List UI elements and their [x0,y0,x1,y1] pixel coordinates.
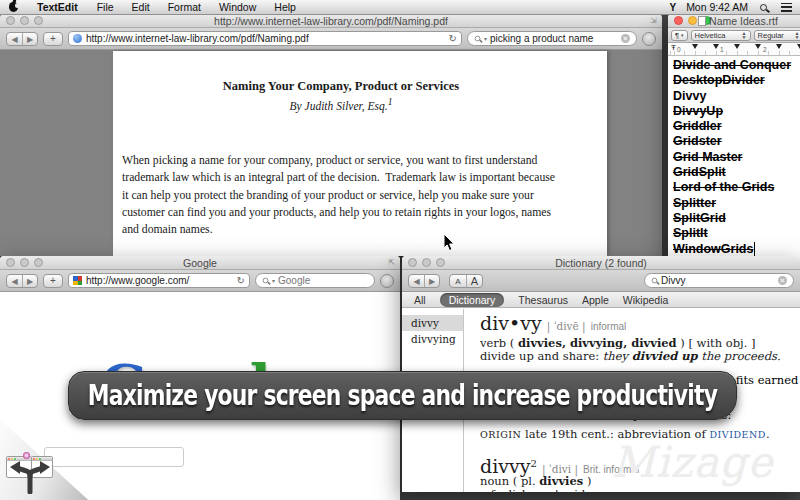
textedit-ruler[interactable]: Ŧ 0 1 2 [668,43,800,56]
textedit-window: Name Ideas.rtf ¶▾ Helvetica▲▼ Regular▲▼ … [668,14,800,262]
menu-format[interactable]: Format [159,1,210,13]
list-item[interactable]: Gridster [673,134,800,149]
tab-stop[interactable] [734,44,740,49]
search-input[interactable] [490,33,618,44]
list-item[interactable]: DivvyUp [673,104,800,119]
tab-stop[interactable] [755,44,761,49]
menu-window[interactable]: Window [210,1,265,13]
address-url: http://www.google.com/ [86,275,189,286]
address-bar[interactable]: http://www.internet-law-library.com/pdf/… [68,31,462,46]
resize-icon[interactable]: ⇲ [650,17,657,25]
footnote-marker: 1 [388,96,393,107]
marketing-banner: Maximize your screen space and increase … [68,371,737,420]
pdf-doc-paragraph: When picking a name for your company, pr… [122,152,560,239]
back-button[interactable]: ◀ [7,33,22,45]
search-icon [475,36,481,42]
list-item[interactable]: GridSplit [673,165,800,180]
tab-thesaurus[interactable]: Thesaurus [518,294,568,306]
back-forward-buttons: ◀ ▶ [408,274,440,288]
clear-search-icon[interactable]: ✕ [621,34,630,43]
list-item[interactable]: Splitter [673,196,800,211]
search-icon [652,278,658,284]
menu-edit[interactable]: Edit [123,1,159,13]
resize-icon[interactable]: ⇱ [388,259,395,267]
forward-button[interactable]: ▶ [22,33,37,45]
new-tab-button[interactable]: + [43,274,63,288]
pdf-browser-toolbar: ◀ ▶ + http://www.internet-law-library.co… [0,28,662,50]
tab-all[interactable]: All [414,294,426,306]
back-button[interactable]: ◀ [7,275,22,287]
address-bar[interactable]: http://www.google.com/ ↻ [68,273,250,288]
downloads-button[interactable] [642,32,656,46]
tab-wikipedia[interactable]: Wikipedia [623,294,669,306]
menu-app-name[interactable]: TextEdit [28,1,88,13]
reload-icon[interactable]: ↻ [237,275,245,286]
chevron-down-icon: ▾ [272,277,275,284]
font-family-select[interactable]: Helvetica▲▼ [691,30,751,41]
apple-menu-icon[interactable] [9,2,18,12]
menu-file[interactable]: File [88,1,123,13]
spotlight-icon[interactable] [760,4,767,11]
tab-dictionary[interactable]: Dictionary [440,293,505,307]
notification-center-icon[interactable] [781,3,792,12]
new-tab-button[interactable]: + [43,32,63,46]
address-url: http://www.internet-law-library.com/pdf/… [86,33,309,44]
search-input[interactable] [278,275,368,286]
menu-clock[interactable]: Mon 9:42 AM [686,1,748,13]
name-ideas-list[interactable]: Divide and Conquer DesktopDivider Divvy … [668,56,800,257]
list-item[interactable]: Lord of the Grids [673,180,800,195]
paragraph-styles-select[interactable]: ¶▾ [671,30,688,41]
list-item[interactable]: SplitGrid [673,211,800,226]
tab-stop[interactable] [713,44,719,49]
list-item-with-caret[interactable]: WindowGrids [673,242,800,257]
divvy-app-icon [6,450,54,494]
pdf-window-titlebar[interactable]: http://www.internet-law-library.com/pdf/… [0,14,662,28]
list-item-highlighted[interactable]: Divvy [673,89,706,103]
entry2-definition: a foolish or stupid person. [480,488,633,492]
reload-icon[interactable]: ↻ [449,33,457,44]
pdf-page: Naming Your Company, Product or Services… [113,51,607,256]
forward-button[interactable]: ▶ [424,275,439,287]
document-icon [698,16,706,26]
margin-marker[interactable]: Ŧ [671,43,676,52]
list-item[interactable]: SplitIt [673,226,800,241]
pdf-window-title: http://www.internet-law-library.com/pdf/… [0,15,662,27]
menu-bar: TextEdit File Edit Format Window Help Y … [0,0,800,15]
google-window-title: Google [0,257,400,269]
downloads-button[interactable] [380,274,394,288]
dictionary-search-field[interactable]: ✕ [644,273,794,288]
dictionary-search-input[interactable] [661,275,775,286]
list-item[interactable]: Divide and Conquer [673,58,800,73]
textedit-titlebar[interactable]: Name Ideas.rtf [668,14,800,28]
google-window-titlebar[interactable]: Google ⇱ [0,256,400,270]
tab-stop[interactable] [776,44,782,49]
result-item-divvy[interactable]: divvy [402,315,463,331]
dictionary-source-tabs: All Dictionary Thesaurus Apple Wikipedia [402,292,800,308]
list-item[interactable]: Griddler [673,119,800,134]
font-style-select[interactable]: Regular▲▼ [754,30,800,41]
larger-text-button[interactable]: A [466,275,482,287]
result-item-divvying[interactable]: divvying [402,331,463,347]
menu-help[interactable]: Help [265,1,305,13]
clear-search-icon[interactable]: ✕ [778,276,787,285]
dictionary-titlebar[interactable]: Dictionary (2 found) [402,256,800,270]
textedit-title: Name Ideas.rtf [668,15,800,27]
google-search-box[interactable] [44,447,184,467]
list-item[interactable]: DesktopDivider [673,73,800,88]
forward-button[interactable]: ▶ [22,275,37,287]
browser-search-field[interactable]: ▾ [255,273,375,288]
back-button[interactable]: ◀ [409,275,424,287]
dictionary-title: Dictionary (2 found) [402,257,800,269]
google-favicon [73,276,82,285]
list-item[interactable]: Grid Master [673,150,800,165]
pdf-document-text: Naming Your Company, Product or Services… [122,79,560,269]
entry1-headword-line: div•vy | ˈdivē | informal [480,312,794,334]
tab-stop[interactable] [692,44,698,49]
smaller-text-button[interactable]: A [450,275,466,287]
browser-search-field[interactable]: ▾ ✕ [467,31,637,46]
tab-apple[interactable]: Apple [582,294,609,306]
back-forward-buttons: ◀ ▶ [6,32,38,46]
google-browser-toolbar: ◀ ▶ + http://www.google.com/ ↻ ▾ [0,270,400,292]
font-size-buttons: A A [449,274,483,288]
divvy-menu-icon[interactable]: Y [669,2,676,13]
